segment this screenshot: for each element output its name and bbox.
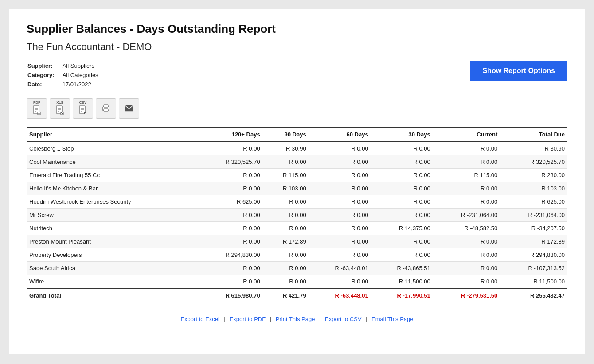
- cell-days30: R -43,865.51: [371, 262, 433, 275]
- table-row: WifireR 0.00R 0.00R 0.00R 11,500.00R 0.0…: [27, 275, 567, 289]
- cell-supplier: Wifire: [27, 275, 199, 289]
- table-row: NutritechR 0.00R 0.00R 0.00R 14,375.00R …: [27, 222, 567, 235]
- cell-supplier: Sage South Africa: [27, 262, 199, 275]
- grand-total-label: Grand Total: [27, 288, 199, 302]
- grand-total-total: R 255,432.47: [500, 288, 567, 302]
- cell-current: R 0.00: [433, 248, 500, 262]
- cell-days90: R 103.00: [263, 182, 309, 195]
- cell-days120: R 0.00: [199, 262, 263, 275]
- cell-days120: R 0.00: [199, 222, 263, 235]
- report-title: Supplier Balances - Days Outstanding Rep…: [27, 22, 567, 36]
- cell-current: R -48,582.50: [433, 222, 500, 235]
- table-row: Houdini Westbrook Enterprises SecurityR …: [27, 195, 567, 209]
- xls-icon-label: XLS: [56, 101, 63, 105]
- email-this-page-link[interactable]: Email This Page: [371, 316, 413, 322]
- pdf-icon-label: PDF: [33, 101, 40, 105]
- cell-days30: R 0.00: [371, 195, 433, 209]
- col-120-days: 120+ Days: [199, 127, 263, 142]
- date-label: Date:: [27, 80, 62, 89]
- email-button[interactable]: [119, 98, 139, 119]
- table-row: Mr ScrewR 0.00R 0.00R 0.00R 0.00R -231,0…: [27, 209, 567, 222]
- cell-days30: R 0.00: [371, 169, 433, 182]
- cell-total: R 294,830.00: [500, 248, 567, 262]
- category-label: Category:: [27, 71, 62, 79]
- table-row: Hello It's Me Kitchen & BarR 0.00R 103.0…: [27, 182, 567, 195]
- export-csv-button[interactable]: CSV: [73, 98, 93, 119]
- meta-table: Supplier: All Suppliers Category: All Ca…: [27, 61, 99, 89]
- table-row: Sage South AfricaR 0.00R 0.00R -63,448.0…: [27, 262, 567, 275]
- cell-supplier: Cool Maintenance: [27, 155, 199, 169]
- cell-total: R 30.90: [500, 142, 567, 155]
- company-name: The Fun Accountant - DEMO: [27, 41, 567, 53]
- cell-days60: R 0.00: [309, 155, 371, 169]
- print-icon: [101, 103, 111, 114]
- cell-current: R 0.00: [433, 155, 500, 169]
- csv-icon: [78, 105, 88, 116]
- cell-supplier: Emerald Fire Trading 55 Cc: [27, 169, 199, 182]
- col-30-days: 30 Days: [371, 127, 433, 142]
- cell-days120: R 0.00: [199, 142, 263, 155]
- print-this-page-link[interactable]: Print This Page: [276, 316, 315, 322]
- export-to-pdf-link[interactable]: Export to PDF: [230, 316, 266, 322]
- sep2: |: [270, 316, 271, 322]
- toolbar: PDF XLS: [27, 98, 567, 119]
- cell-supplier: Nutritech: [27, 222, 199, 235]
- cell-days90: R 0.00: [263, 155, 309, 169]
- cell-days90: R 172.89: [263, 235, 309, 248]
- svg-point-17: [108, 108, 109, 108]
- date-value: 17/01/2022: [63, 80, 98, 89]
- col-supplier: Supplier: [27, 127, 199, 142]
- cell-days30: R 0.00: [371, 235, 433, 248]
- cell-days120: R 0.00: [199, 209, 263, 222]
- cell-current: R 0.00: [433, 195, 500, 209]
- cell-days120: R 0.00: [199, 275, 263, 289]
- cell-current: R 0.00: [433, 275, 500, 289]
- cell-days120: R 0.00: [199, 182, 263, 195]
- csv-icon-label: CSV: [79, 101, 86, 105]
- table-row: Emerald Fire Trading 55 CcR 0.00R 115.00…: [27, 169, 567, 182]
- report-table: Supplier 120+ Days 90 Days 60 Days 30 Da…: [27, 127, 567, 302]
- cell-total: R 172.89: [500, 235, 567, 248]
- col-current: Current: [433, 127, 500, 142]
- cell-days30: R 0.00: [371, 182, 433, 195]
- svg-rect-16: [104, 109, 108, 111]
- grand-total-120: R 615,980.70: [199, 288, 263, 302]
- cell-total: R 11,500.00: [500, 275, 567, 289]
- cell-supplier: Preston Mount Pleasant: [27, 235, 199, 248]
- cell-current: R 0.00: [433, 262, 500, 275]
- category-value: All Categories: [63, 71, 98, 79]
- table-row: Preston Mount PleasantR 0.00R 172.89R 0.…: [27, 235, 567, 248]
- cell-days60: R -63,448.01: [309, 262, 371, 275]
- export-to-csv-link[interactable]: Export to CSV: [325, 316, 361, 322]
- export-to-excel-link[interactable]: Export to Excel: [180, 316, 219, 322]
- cell-days60: R 0.00: [309, 222, 371, 235]
- cell-days90: R 0.00: [263, 262, 309, 275]
- cell-total: R 320,525.70: [500, 155, 567, 169]
- print-button[interactable]: [96, 98, 116, 119]
- cell-days90: R 0.00: [263, 275, 309, 289]
- cell-days60: R 0.00: [309, 182, 371, 195]
- cell-supplier: Houdini Westbrook Enterprises Security: [27, 195, 199, 209]
- supplier-label: Supplier:: [27, 62, 62, 70]
- export-xls-button[interactable]: XLS: [50, 98, 70, 119]
- cell-days90: R 30.90: [263, 142, 309, 155]
- email-icon: [124, 103, 134, 114]
- cell-supplier: Colesberg 1 Stop: [27, 142, 199, 155]
- cell-current: R 115.00: [433, 169, 500, 182]
- cell-days30: R 14,375.00: [371, 222, 433, 235]
- export-pdf-button[interactable]: PDF: [27, 98, 47, 119]
- sep4: |: [366, 316, 367, 322]
- table-row: Cool MaintenanceR 320,525.70R 0.00R 0.00…: [27, 155, 567, 169]
- sep1: |: [224, 316, 225, 322]
- cell-days90: R 0.00: [263, 195, 309, 209]
- cell-days120: R 0.00: [199, 235, 263, 248]
- meta-section: Supplier: All Suppliers Category: All Ca…: [27, 61, 567, 89]
- show-report-options-button[interactable]: Show Report Options: [470, 61, 567, 81]
- col-60-days: 60 Days: [309, 127, 371, 142]
- cell-current: R 0.00: [433, 235, 500, 248]
- table-row: Property DevelopersR 294,830.00R 0.00R 0…: [27, 248, 567, 262]
- cell-days120: R 320,525.70: [199, 155, 263, 169]
- col-total-due: Total Due: [500, 127, 567, 142]
- cell-total: R -231,064.00: [500, 209, 567, 222]
- grand-total-row: Grand Total R 615,980.70 R 421.79 R -63,…: [27, 288, 567, 302]
